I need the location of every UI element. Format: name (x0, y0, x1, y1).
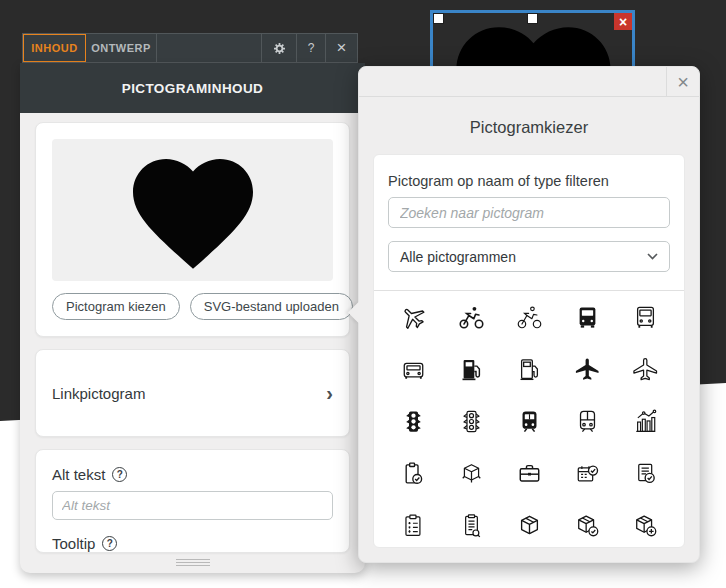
picker-icon-cyclist-outline[interactable] (500, 291, 558, 343)
picker-icon-fuel-pump-filled[interactable] (442, 343, 500, 395)
picker-icon-package-box[interactable] (500, 499, 558, 548)
cyclist-outline-icon (516, 304, 543, 331)
airplane-outline-icon (632, 356, 659, 383)
icon-search-input[interactable] (388, 197, 670, 228)
picker-card: Pictogram op naam of type filteren Alle … (373, 154, 685, 548)
picker-icon-cyclist[interactable] (442, 291, 500, 343)
choose-icon-button[interactable]: Pictogram kiezen (52, 293, 180, 320)
chevron-right-icon: › (326, 383, 333, 403)
settings-button[interactable] (262, 34, 297, 62)
picker-icon-train-front-filled[interactable] (500, 395, 558, 447)
picker-icon-note-check[interactable] (616, 447, 674, 499)
alt-help-icon[interactable]: ? (112, 467, 127, 482)
bus-front-outline-icon (632, 304, 659, 331)
close-editor-button[interactable]: × (326, 34, 357, 62)
tooltip-help-icon[interactable]: ? (102, 536, 117, 551)
bar-line-chart-icon (632, 408, 659, 435)
close-picker-button[interactable]: × (666, 67, 699, 97)
tab-inhoud[interactable]: INHOUD (23, 34, 86, 62)
tooltip-row: Tooltip ? (52, 535, 333, 552)
picker-icon-train-front-outline[interactable] (558, 395, 616, 447)
cube-3d-icon (458, 460, 485, 487)
category-select[interactable]: Alle pictogrammen (388, 241, 670, 272)
fuel-pump-outline-icon (516, 356, 543, 383)
picker-icon-traffic-light-outline[interactable] (442, 395, 500, 447)
picker-icon-airplane-outline[interactable] (616, 343, 674, 395)
briefcase-icon (516, 460, 543, 487)
tab-ontwerp[interactable]: ONTWERP (86, 34, 157, 62)
picker-icon-bus-front-outline[interactable] (616, 291, 674, 343)
traffic-light-outline-icon (458, 408, 485, 435)
airplane-filled-icon (574, 356, 601, 383)
filter-label: Pictogram op naam of type filteren (388, 173, 670, 189)
note-check-icon (632, 460, 659, 487)
clipboard-check-icon (400, 460, 427, 487)
alt-tooltip-card: Alt tekst ? Tooltip ? (35, 449, 350, 553)
picker-icon-calendar-check[interactable] (558, 447, 616, 499)
editor-tabbar: INHOUD ONTWERP ? × (22, 33, 358, 63)
document-search-icon (458, 512, 485, 539)
picker-icon-traffic-light-filled[interactable] (384, 395, 442, 447)
picker-icon-airplane-tilted-outline[interactable] (384, 291, 442, 343)
train-front-filled-icon (516, 408, 543, 435)
gear-icon (272, 41, 287, 56)
content-panel: PICTOGRAMINHOUD Pictogram kiezen SVG-bes… (20, 63, 365, 573)
picker-icon-bus-front-filled[interactable] (558, 291, 616, 343)
airplane-tilted-outline-icon (400, 304, 427, 331)
picker-icon-clipboard-list[interactable] (384, 499, 442, 548)
package-check-icon (574, 512, 601, 539)
picker-title: Pictogramkiezer (359, 118, 699, 137)
calendar-check-icon (574, 460, 601, 487)
picker-icon-package-check[interactable] (558, 499, 616, 548)
package-plus-icon (632, 512, 659, 539)
delete-element-button[interactable]: × (614, 13, 632, 30)
package-box-icon (516, 512, 543, 539)
resize-handle-top-left[interactable] (434, 14, 443, 23)
alt-text-label: Alt tekst (52, 466, 105, 483)
fuel-pump-filled-icon (458, 356, 485, 383)
picker-icon-document-search[interactable] (442, 499, 500, 548)
help-button[interactable]: ? (297, 34, 326, 62)
link-icon-row[interactable]: Linkpictogram › (35, 349, 350, 437)
picker-icon-cube-3d[interactable] (442, 447, 500, 499)
picker-icon-fuel-pump-outline[interactable] (500, 343, 558, 395)
picker-icon-bar-line-chart[interactable] (616, 395, 674, 447)
train-front-outline-icon (574, 408, 601, 435)
link-icon-label: Linkpictogram (52, 385, 145, 402)
alt-text-input[interactable] (52, 491, 333, 520)
icon-picker-dialog: × Pictogramkiezer Pictogram op naam of t… (358, 66, 700, 563)
traffic-light-filled-icon (400, 408, 427, 435)
picker-icon-van-front-outline[interactable] (384, 343, 442, 395)
upload-svg-button[interactable]: SVG-bestand uploaden (190, 293, 353, 320)
clipboard-list-icon (400, 512, 427, 539)
icon-content-card: Pictogram kiezen SVG-bestand uploaden (35, 122, 350, 337)
icon-buttons-row: Pictogram kiezen SVG-bestand uploaden (52, 293, 333, 320)
selected-canvas-element[interactable]: × (430, 10, 635, 72)
icon-grid (374, 290, 684, 548)
panel-title: PICTOGRAMINHOUD (20, 63, 365, 113)
tooltip-label: Tooltip (52, 535, 95, 552)
resize-handle-top-center[interactable] (528, 14, 537, 23)
category-select-value: Alle pictogrammen (400, 249, 516, 265)
bus-front-filled-icon (574, 304, 601, 331)
cyclist-icon (458, 304, 485, 331)
picker-icon-clipboard-check[interactable] (384, 447, 442, 499)
popup-header: × (359, 67, 699, 97)
chevron-down-icon (647, 253, 658, 260)
van-front-outline-icon (400, 356, 427, 383)
picker-icon-briefcase[interactable] (500, 447, 558, 499)
panel-body: Pictogram kiezen SVG-bestand uploaden Li… (20, 113, 365, 553)
alt-text-row: Alt tekst ? (52, 466, 333, 483)
picker-icon-airplane-filled[interactable] (558, 343, 616, 395)
icon-preview (52, 139, 333, 281)
panel-resize-handle[interactable] (174, 557, 212, 568)
editor-stage: × INHOUD ONTWERP ? × PICTOGRAMINHOUD (0, 0, 726, 588)
picker-icon-package-plus[interactable] (616, 499, 674, 548)
tabbar-spacer (157, 34, 262, 62)
heart-icon (118, 141, 268, 279)
